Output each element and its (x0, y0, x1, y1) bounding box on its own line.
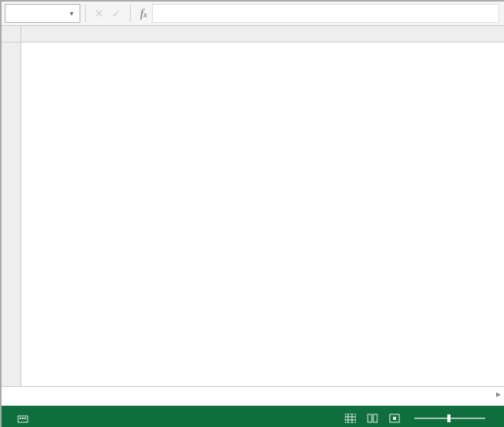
svg-rect-2 (22, 418, 24, 419)
macro-icon[interactable] (16, 411, 30, 425)
fx-icon[interactable]: fx (140, 7, 147, 20)
page-layout-view-icon[interactable] (365, 411, 380, 425)
normal-view-icon[interactable] (343, 411, 358, 425)
separator (85, 5, 86, 22)
separator (130, 5, 131, 22)
zoom-control[interactable] (410, 418, 490, 419)
svg-rect-10 (373, 414, 377, 422)
row-headers (2, 43, 21, 386)
scroll-right-icon[interactable]: ▸ (496, 388, 501, 399)
cancel-icon: ✕ (91, 5, 108, 22)
enter-icon: ✓ (108, 5, 125, 22)
svg-rect-9 (368, 414, 372, 422)
formula-bar: ▼ ✕ ✓ fx (2, 2, 504, 26)
zoom-slider[interactable] (414, 418, 485, 419)
spreadsheet-grid[interactable] (2, 43, 504, 386)
svg-rect-12 (393, 417, 396, 420)
svg-rect-3 (24, 418, 26, 419)
column-headers (2, 26, 504, 43)
name-box[interactable]: ▼ (5, 4, 80, 23)
svg-rect-1 (20, 418, 21, 419)
chevron-down-icon[interactable]: ▼ (69, 10, 75, 17)
select-all-corner[interactable] (2, 26, 21, 42)
formula-input[interactable] (152, 4, 499, 23)
svg-rect-4 (345, 414, 356, 423)
sheet-tabs[interactable]: ▸ (2, 386, 504, 406)
status-bar (2, 407, 504, 427)
cells-area[interactable] (21, 43, 504, 386)
page-break-view-icon[interactable] (387, 411, 402, 425)
